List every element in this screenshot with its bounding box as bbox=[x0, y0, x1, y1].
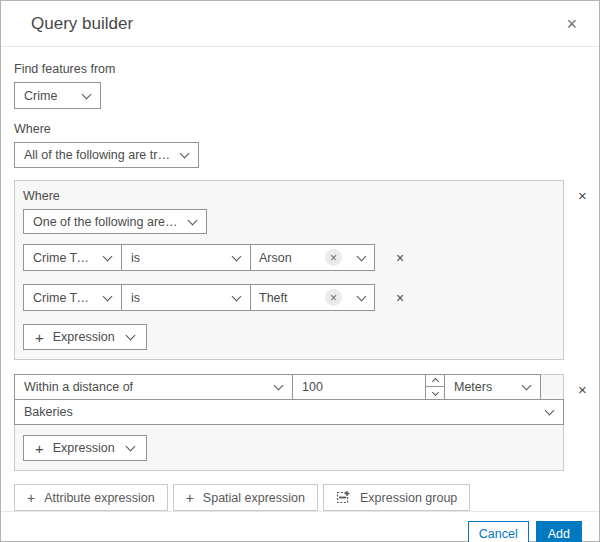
expression-group-2-box: Within a distance of Meters bbox=[14, 374, 564, 471]
add-spatial-expression-button[interactable]: + Spatial expression bbox=[173, 484, 318, 511]
chevron-down-icon bbox=[232, 291, 242, 301]
chevron-down-icon bbox=[103, 291, 113, 301]
condition-row-1: Crime Type is Arson × × bbox=[23, 244, 555, 271]
dialog-footer: Cancel Add bbox=[1, 511, 599, 542]
target-layer-value: Bakeries bbox=[24, 405, 73, 419]
remove-condition-icon[interactable]: × bbox=[392, 249, 408, 267]
dialog-header: Query builder × bbox=[1, 1, 599, 47]
add-spatial-expression-label: Spatial expression bbox=[203, 491, 305, 505]
add-expression-group-button[interactable]: Expression group bbox=[323, 484, 470, 511]
plus-icon: + bbox=[186, 490, 194, 506]
add-expression-button[interactable]: + Expression bbox=[23, 435, 147, 461]
field-select[interactable]: Crime Type bbox=[23, 244, 122, 271]
layer-source-value: Crime bbox=[24, 89, 57, 103]
add-button[interactable]: Add bbox=[536, 521, 582, 542]
logic-operator-select[interactable]: All of the following are true bbox=[14, 142, 199, 168]
dialog-title: Query builder bbox=[31, 14, 133, 34]
group1-logic-operator-value: One of the following are tr… bbox=[33, 215, 179, 229]
chevron-down-icon bbox=[357, 251, 367, 261]
chevron-down-icon bbox=[180, 149, 190, 159]
query-builder-dialog: Query builder × Find features from Crime… bbox=[0, 0, 600, 542]
target-layer-row: Bakeries bbox=[14, 399, 564, 425]
remove-group-icon[interactable]: × bbox=[573, 380, 592, 399]
expression-group-icon bbox=[336, 490, 351, 505]
add-expression-button[interactable]: + Expression bbox=[23, 324, 147, 350]
chip-remove-icon[interactable]: × bbox=[325, 249, 342, 266]
chevron-down-icon bbox=[125, 442, 135, 452]
operator-select[interactable]: is bbox=[121, 284, 251, 311]
distance-input-wrap bbox=[292, 374, 445, 400]
value-chip-label: Theft bbox=[259, 291, 325, 305]
logic-operator-value: All of the following are true bbox=[24, 148, 171, 162]
chevron-down-icon bbox=[188, 215, 198, 225]
plus-icon: + bbox=[35, 440, 44, 457]
find-features-label: Find features from bbox=[14, 62, 586, 76]
expression-group-1: Where One of the following are tr… Crime… bbox=[14, 180, 586, 360]
group1-where-label: Where bbox=[23, 189, 555, 203]
chevron-down-icon bbox=[125, 331, 135, 341]
add-attribute-expression-label: Attribute expression bbox=[44, 491, 154, 505]
close-icon[interactable]: × bbox=[560, 11, 583, 37]
dialog-body: Find features from Crime Where All of th… bbox=[1, 47, 599, 511]
where-label: Where bbox=[14, 122, 586, 136]
plus-icon: + bbox=[35, 329, 44, 346]
distance-input[interactable] bbox=[293, 375, 425, 399]
stepper-down-icon[interactable] bbox=[426, 387, 444, 399]
unit-select[interactable]: Meters bbox=[444, 374, 541, 400]
chevron-down-icon bbox=[232, 251, 242, 261]
adder-buttons-row: + Attribute expression + Spatial express… bbox=[14, 484, 586, 511]
distance-stepper bbox=[425, 375, 444, 399]
remove-condition-icon[interactable]: × bbox=[392, 289, 408, 307]
chevron-down-icon bbox=[357, 291, 367, 301]
unit-value: Meters bbox=[454, 380, 492, 394]
layer-source-select[interactable]: Crime bbox=[14, 82, 101, 109]
chevron-down-icon bbox=[522, 381, 532, 391]
remove-group-icon[interactable]: × bbox=[573, 186, 592, 205]
add-expression-label: Expression bbox=[53, 441, 115, 455]
expression-group-2: Within a distance of Meters bbox=[14, 374, 586, 471]
operator-value: is bbox=[131, 291, 140, 305]
condition-row-2: Crime Type is Theft × × bbox=[23, 284, 555, 311]
add-attribute-expression-button[interactable]: + Attribute expression bbox=[14, 484, 168, 511]
stepper-up-icon[interactable] bbox=[426, 375, 444, 387]
spatial-operator-value: Within a distance of bbox=[24, 380, 133, 394]
chevron-down-icon bbox=[103, 251, 113, 261]
plus-icon: + bbox=[27, 490, 35, 506]
field-value: Crime Type bbox=[33, 291, 94, 305]
chevron-down-icon bbox=[82, 89, 92, 99]
chevron-down-icon bbox=[545, 406, 555, 416]
value-select[interactable]: Theft × bbox=[250, 284, 375, 311]
value-chip-label: Arson bbox=[259, 251, 325, 265]
field-value: Crime Type bbox=[33, 251, 94, 265]
chip-remove-icon[interactable]: × bbox=[325, 289, 342, 306]
field-select[interactable]: Crime Type bbox=[23, 284, 122, 311]
operator-select[interactable]: is bbox=[121, 244, 251, 271]
operator-value: is bbox=[131, 251, 140, 265]
chevron-down-icon bbox=[274, 381, 284, 391]
spatial-condition-row: Within a distance of Meters bbox=[14, 374, 564, 400]
add-expression-group-label: Expression group bbox=[360, 491, 457, 505]
target-layer-select[interactable]: Bakeries bbox=[14, 399, 564, 425]
expression-group-1-box: Where One of the following are tr… Crime… bbox=[14, 180, 564, 360]
spatial-operator-select[interactable]: Within a distance of bbox=[14, 374, 293, 400]
add-expression-label: Expression bbox=[53, 330, 115, 344]
cancel-button[interactable]: Cancel bbox=[468, 521, 529, 542]
group1-logic-operator-select[interactable]: One of the following are tr… bbox=[23, 209, 207, 234]
value-select[interactable]: Arson × bbox=[250, 244, 375, 271]
